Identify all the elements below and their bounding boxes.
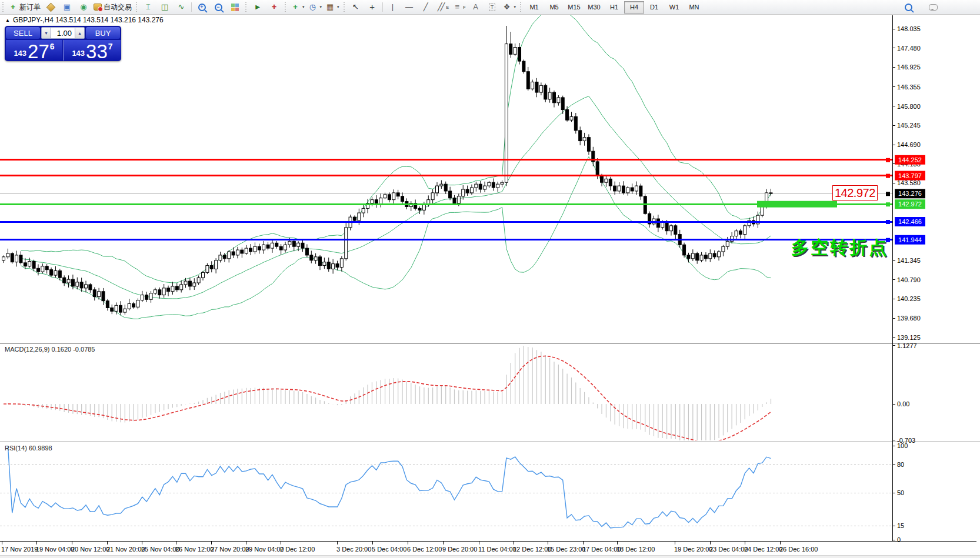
channel-sub-label: E — [446, 5, 449, 9]
tile-windows-button[interactable] — [226, 1, 243, 13]
svg-text:9 Dec 20:00: 9 Dec 20:00 — [442, 546, 477, 553]
price-callout-box: 142.972 — [832, 185, 878, 201]
trendline-icon: ╱ — [421, 2, 431, 12]
horizontal-line-icon: — — [405, 2, 414, 12]
svg-text:142.466: 142.466 — [898, 218, 922, 225]
svg-text:140.790: 140.790 — [897, 276, 921, 283]
chat-button[interactable] — [925, 1, 941, 13]
volume-decrease-button[interactable]: ▾ — [41, 27, 51, 39]
collapse-triangle-icon: ▲ — [5, 18, 10, 23]
new-chart-button[interactable]: + ▾ — [289, 1, 306, 13]
sell-price-prefix: 143 — [14, 49, 26, 58]
svg-text:17 Nov 2019: 17 Nov 2019 — [1, 546, 38, 553]
volume-increase-button[interactable]: ▴ — [75, 27, 85, 39]
svg-text:1.1277: 1.1277 — [897, 342, 917, 349]
svg-text:20 Nov 12:00: 20 Nov 12:00 — [71, 546, 109, 553]
new-order-icon: + — [8, 2, 18, 12]
chart-shift-button[interactable]: ✚ — [266, 1, 282, 13]
svg-text:21 Nov 20:00: 21 Nov 20:00 — [106, 546, 145, 553]
timeframe-m15[interactable]: M15 — [564, 1, 584, 14]
svg-text:5 Dec 04:00: 5 Dec 04:00 — [372, 546, 406, 553]
sell-button[interactable]: SELL — [6, 27, 40, 39]
svg-text:142.972: 142.972 — [898, 201, 922, 208]
timeframe-d1[interactable]: D1 — [644, 1, 664, 14]
data-window-button[interactable]: ▣ — [59, 1, 75, 13]
crosshair-button[interactable]: + — [364, 1, 381, 13]
svg-text:15 Dec 23:00: 15 Dec 23:00 — [547, 546, 585, 553]
macd-label: MACD(12,26,9) 0.1620 -0.0785 — [5, 346, 95, 353]
buy-price-button[interactable]: 143 33 7 — [64, 40, 121, 61]
search-button[interactable] — [900, 1, 916, 13]
arrows-icon: ❖ — [502, 2, 512, 12]
cursor-button[interactable]: ↖ — [348, 1, 364, 13]
svg-text:26 Dec 16:00: 26 Dec 16:00 — [779, 546, 818, 553]
trendline-button[interactable]: ╱ — [418, 1, 434, 13]
svg-text:15: 15 — [897, 522, 904, 529]
svg-text:141.345: 141.345 — [897, 257, 921, 264]
arrows-button[interactable]: ❖ ▾ — [501, 1, 518, 13]
bar-chart-button[interactable]: ⌶ — [140, 1, 156, 13]
candlestick-icon: ◫ — [160, 2, 169, 12]
autotrading-icon — [94, 4, 102, 11]
zoom-out-button[interactable]: − — [210, 1, 226, 13]
candlestick-button[interactable]: ◫ — [156, 1, 173, 13]
template-icon: ▦ — [325, 2, 335, 12]
chart-title: ▲ GBPJPY-,H4 143.514 143.514 143.216 143… — [5, 16, 164, 24]
horizontal-line-button[interactable]: — — [401, 1, 418, 13]
text-icon: A — [471, 2, 481, 12]
periods-button[interactable]: ◷ ▾ — [306, 1, 324, 13]
new-order-button[interactable]: + 新订单 — [6, 1, 42, 13]
dropdown-arrow-icon: ▾ — [320, 5, 322, 9]
svg-text:139.680: 139.680 — [897, 315, 921, 322]
svg-text:146.925: 146.925 — [897, 64, 921, 71]
timeframe-m30[interactable]: M30 — [584, 1, 604, 14]
timeframe-m5[interactable]: M5 — [544, 1, 564, 14]
svg-text:144.252: 144.252 — [898, 156, 922, 163]
buy-price-prefix: 143 — [72, 49, 85, 58]
one-click-trading-panel: SELL ▾ 1.00 ▴ BUY 143 27 6 143 33 7 — [5, 26, 121, 61]
line-chart-button[interactable]: ∿ — [173, 1, 189, 13]
autotrading-button[interactable]: 自动交易 — [92, 1, 134, 13]
sell-price-main: 27 — [28, 43, 49, 60]
svg-text:143.797: 143.797 — [898, 172, 922, 179]
sell-price-button[interactable]: 143 27 6 — [6, 40, 62, 61]
timeframe-h4[interactable]: H4 — [624, 1, 644, 14]
templates-button[interactable]: ▦ ▾ — [324, 1, 341, 13]
timeframe-m1[interactable]: M1 — [524, 1, 544, 14]
chart-title-text: GBPJPY-,H4 143.514 143.514 143.216 143.2… — [13, 16, 164, 24]
svg-text:19 Nov 04:00: 19 Nov 04:00 — [36, 546, 74, 553]
text-label-button[interactable]: T — [484, 1, 501, 13]
svg-text:0: 0 — [897, 536, 901, 543]
svg-text:19 Dec 20:00: 19 Dec 20:00 — [674, 546, 712, 553]
market-watch-button[interactable] — [42, 1, 59, 13]
svg-text:29 Nov 04:00: 29 Nov 04:00 — [245, 546, 284, 553]
channel-button[interactable]: ╱╱ E — [434, 1, 451, 13]
timeframe-h1[interactable]: H1 — [604, 1, 624, 14]
auto-scroll-button[interactable]: ▶ — [249, 1, 266, 13]
svg-text:143.276: 143.276 — [898, 190, 922, 197]
toolbar-separator — [191, 2, 192, 12]
cursor-icon: ↖ — [351, 2, 361, 12]
buy-price-main: 33 — [86, 43, 108, 60]
chart-canvas[interactable]: 148.035147.480146.925146.355145.800145.2… — [0, 0, 980, 558]
timeframe-mn[interactable]: MN — [684, 1, 704, 14]
volume-input[interactable]: 1.00 — [51, 27, 75, 39]
svg-text:17 Dec 04:00: 17 Dec 04:00 — [582, 546, 621, 553]
navigator-button[interactable]: ◉ — [75, 1, 92, 13]
svg-text:50: 50 — [897, 489, 904, 496]
autotrading-label: 自动交易 — [104, 2, 132, 12]
svg-text:143.580: 143.580 — [897, 179, 921, 186]
vertical-line-button[interactable]: | — [385, 1, 401, 13]
dropdown-arrow-icon: ▾ — [337, 5, 339, 9]
chat-icon — [929, 4, 938, 11]
clock-icon: ◷ — [308, 2, 318, 12]
text-button[interactable]: A — [468, 1, 484, 13]
timeframe-w1[interactable]: W1 — [664, 1, 684, 14]
svg-text:80: 80 — [897, 461, 904, 468]
line-chart-icon: ∿ — [176, 2, 186, 12]
zoom-out-icon: − — [215, 4, 222, 11]
zoom-in-button[interactable]: + — [194, 1, 210, 13]
vertical-line-icon: | — [388, 2, 398, 12]
fibonacci-button[interactable]: ≡ F — [451, 1, 467, 13]
buy-button[interactable]: BUY — [86, 27, 120, 39]
